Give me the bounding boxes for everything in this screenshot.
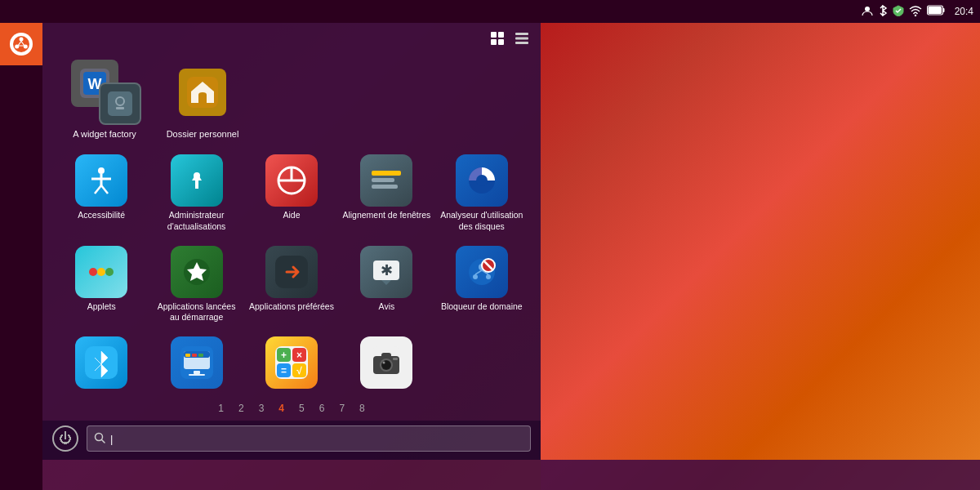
drawer-top-controls: [42, 23, 541, 55]
disk-label: Analyseur d'utilisation des disques: [438, 210, 526, 232]
svg-rect-15: [515, 42, 528, 44]
preferred-icon: [265, 246, 318, 298]
page-5[interactable]: 5: [296, 401, 308, 416]
power-button[interactable]: ⏻: [52, 425, 78, 452]
svg-point-38: [476, 175, 488, 186]
grid-view-button[interactable]: [488, 29, 506, 51]
topbar: 20:4: [0, 0, 980, 23]
widget-factory-label: A widget factory: [73, 128, 136, 140]
app-item-disk[interactable]: Analyseur d'utilisation des disques: [434, 148, 529, 238]
accessibility-label: Accessibilité: [78, 210, 125, 221]
user-icon[interactable]: [862, 5, 873, 19]
startup-icon: [171, 246, 223, 298]
update-label: Administrateur d'actualisations: [152, 210, 240, 232]
applets-label: Applets: [87, 301, 116, 313]
search-input[interactable]: [110, 433, 523, 445]
app-item-align[interactable]: Alignement de fenêtres: [339, 148, 434, 238]
svg-rect-36: [372, 185, 398, 189]
disk-icon: [456, 154, 508, 207]
svg-line-27: [101, 185, 108, 194]
ubuntu-button[interactable]: [0, 23, 42, 65]
home-folder-icon: [179, 60, 226, 125]
accessibility-icon: [75, 154, 127, 207]
blocker-icon: [456, 246, 508, 298]
blocker-label: Bloqueur de domaine: [441, 301, 523, 313]
svg-rect-61: [192, 354, 197, 357]
avis-label: Avis: [379, 301, 395, 313]
topbar-icons: 20:4: [862, 5, 973, 19]
svg-point-41: [105, 268, 114, 276]
svg-rect-3: [942, 8, 944, 12]
app-item-bluetooth[interactable]: Bluetooth: [54, 330, 149, 393]
list-view-button[interactable]: [513, 29, 531, 51]
svg-point-79: [383, 361, 385, 363]
featured-app-widget-factory[interactable]: W A widget factory: [56, 55, 154, 145]
page-7[interactable]: 7: [336, 401, 348, 416]
drawer-apps-area: W A widget factory: [42, 55, 541, 393]
update-icon: [171, 154, 223, 207]
svg-rect-80: [393, 358, 398, 360]
page-6[interactable]: 6: [316, 401, 328, 416]
bluetooth-app-icon: [75, 336, 127, 389]
app-item-aide[interactable]: Aide: [244, 148, 339, 238]
pagination: 1 2 3 4 5 6 7 8: [42, 393, 541, 421]
svg-line-83: [102, 439, 105, 443]
svg-point-39: [89, 268, 97, 276]
app-item-bureau[interactable]: Bureau: [149, 330, 243, 393]
widget-factory-icon: W: [68, 60, 141, 125]
drawer-bottom-bar: ⏻: [42, 421, 541, 460]
bluetooth-icon[interactable]: [878, 5, 888, 19]
app-item-accessibility[interactable]: Accessibilité: [54, 148, 149, 238]
svg-point-40: [97, 268, 105, 276]
aide-label: Aide: [283, 210, 300, 221]
page-2[interactable]: 2: [235, 401, 247, 416]
widget-factory-front-card: [99, 82, 141, 125]
app-item-blocker[interactable]: Bloqueur de domaine: [434, 239, 529, 330]
svg-rect-63: [194, 371, 200, 374]
svg-rect-81: [381, 353, 391, 358]
svg-rect-21: [116, 107, 124, 109]
app-item-calculator[interactable]: + × = √ Calculatrice: [244, 330, 339, 393]
svg-text:√: √: [296, 365, 302, 376]
svg-rect-9: [491, 32, 497, 38]
svg-rect-19: [108, 91, 132, 116]
featured-row: W A widget factory: [51, 55, 532, 145]
svg-text:×: ×: [296, 350, 302, 361]
time-display: 20:4: [955, 6, 973, 17]
screenshot-icon: [360, 336, 412, 389]
svg-rect-13: [515, 33, 528, 35]
app-item-avis[interactable]: ✱ Avis: [339, 239, 434, 330]
app-item-preferred[interactable]: Applications préférées: [244, 239, 339, 330]
aide-icon: [265, 154, 318, 207]
battery-icon[interactable]: [927, 5, 945, 18]
applets-icon: [75, 246, 127, 298]
page-8[interactable]: 8: [356, 401, 368, 416]
app-item-screenshot[interactable]: Capture d'écran: [339, 330, 434, 393]
svg-rect-62: [198, 354, 203, 357]
app-item-startup[interactable]: Applications lancées au démarrage: [149, 239, 243, 330]
svg-rect-64: [189, 374, 205, 376]
network-icon[interactable]: [909, 5, 922, 19]
app-drawer: W A widget factory: [42, 23, 541, 460]
featured-app-home-folder[interactable]: Dossier personnel: [154, 55, 252, 145]
page-1[interactable]: 1: [215, 401, 227, 416]
security-icon[interactable]: [893, 5, 904, 19]
svg-rect-34: [372, 171, 401, 176]
svg-rect-10: [498, 32, 504, 38]
svg-rect-4: [928, 7, 942, 14]
view-toggle: [488, 29, 531, 51]
page-4[interactable]: 4: [275, 401, 287, 416]
svg-rect-14: [515, 38, 528, 40]
page-3[interactable]: 3: [256, 401, 268, 416]
startup-label: Applications lancées au démarrage: [152, 301, 240, 323]
search-box[interactable]: [87, 425, 531, 452]
preferred-label: Applications préférées: [249, 301, 334, 313]
app-item-update[interactable]: Administrateur d'actualisations: [149, 148, 243, 238]
svg-rect-60: [185, 354, 190, 357]
svg-rect-11: [491, 39, 497, 45]
svg-rect-35: [372, 178, 394, 182]
app-item-applets[interactable]: Applets: [54, 239, 149, 330]
app-grid: Accessibilité Administrateur d'actualisa…: [51, 148, 532, 393]
home-folder-icon-bg: [179, 69, 226, 116]
svg-text:+: +: [281, 350, 287, 361]
